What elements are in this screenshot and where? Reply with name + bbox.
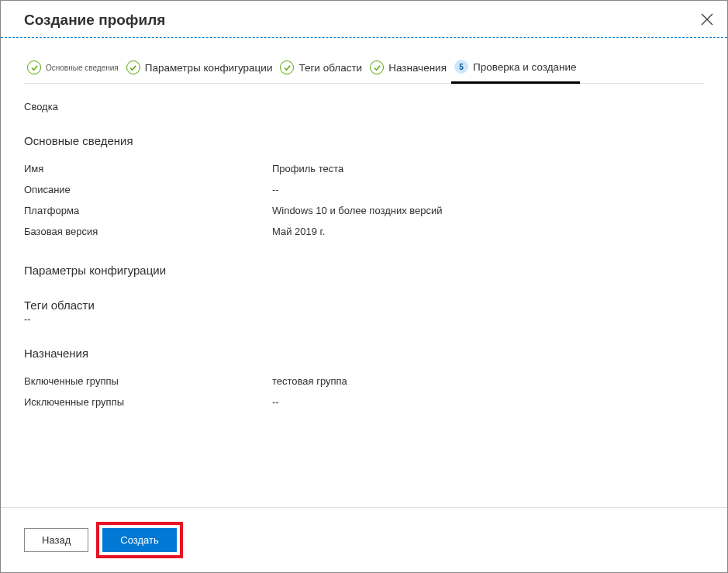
- value-excluded-groups: --: [272, 396, 704, 408]
- close-icon: [701, 13, 713, 26]
- step-assignments[interactable]: Назначения: [367, 54, 450, 82]
- value-description: --: [272, 184, 704, 195]
- dialog-content: Основные сведения Параметры конфигурации…: [1, 38, 727, 420]
- dialog-title: Создание профиля: [24, 12, 165, 29]
- row-included-groups: Включенные группы тестовая группа: [24, 371, 704, 392]
- step-config[interactable]: Параметры конфигурации: [123, 54, 276, 82]
- check-icon: [370, 60, 384, 74]
- step-review-create[interactable]: 5 Проверка и создание: [451, 54, 580, 84]
- create-button[interactable]: Создать: [102, 528, 176, 552]
- close-button[interactable]: [696, 12, 718, 29]
- dialog-footer: Назад Создать: [1, 507, 727, 572]
- row-platform: Платформа Windows 10 и более поздних вер…: [24, 200, 704, 221]
- label-name: Имя: [24, 163, 272, 174]
- value-baseline-version: Май 2019 г.: [272, 226, 704, 237]
- back-button[interactable]: Назад: [24, 528, 88, 552]
- step-label: Проверка и создание: [473, 61, 577, 73]
- check-icon: [280, 60, 294, 74]
- section-assignments-title: Назначения: [24, 347, 704, 360]
- step-scope-tags[interactable]: Теги области: [277, 54, 365, 82]
- value-included-groups: тестовая группа: [272, 375, 704, 387]
- assignments-grid: Включенные группы тестовая группа Исключ…: [24, 371, 704, 412]
- summary-heading: Сводка: [24, 101, 704, 112]
- label-excluded-groups: Исключенные группы: [24, 396, 272, 408]
- label-platform: Платформа: [24, 205, 272, 216]
- dialog-header: Создание профиля: [1, 1, 727, 37]
- value-name: Профиль теста: [272, 163, 704, 174]
- check-icon: [27, 60, 41, 74]
- row-excluded-groups: Исключенные группы --: [24, 392, 704, 412]
- step-label: Теги области: [298, 62, 362, 74]
- section-config-title: Параметры конфигурации: [24, 264, 704, 277]
- label-description: Описание: [24, 184, 272, 195]
- label-baseline-version: Базовая версия: [24, 226, 272, 237]
- step-number-icon: 5: [454, 60, 468, 74]
- create-button-highlight: Создать: [96, 522, 182, 558]
- scope-tags-value: --: [24, 313, 704, 325]
- step-label: Назначения: [388, 62, 447, 74]
- row-baseline-version: Базовая версия Май 2019 г.: [24, 221, 704, 242]
- section-basics-title: Основные сведения: [24, 134, 704, 147]
- step-label: Основные сведения: [46, 64, 119, 72]
- row-description: Описание --: [24, 179, 704, 200]
- label-included-groups: Включенные группы: [24, 375, 272, 387]
- value-platform: Windows 10 и более поздних версий: [272, 205, 704, 216]
- section-scope-title: Теги области: [24, 299, 704, 312]
- wizard-steps: Основные сведения Параметры конфигурации…: [24, 54, 704, 84]
- row-name: Имя Профиль теста: [24, 158, 704, 179]
- step-label: Параметры конфигурации: [145, 62, 273, 74]
- basics-grid: Имя Профиль теста Описание -- Платформа …: [24, 158, 704, 242]
- step-basics[interactable]: Основные сведения: [24, 54, 122, 82]
- check-icon: [126, 60, 140, 74]
